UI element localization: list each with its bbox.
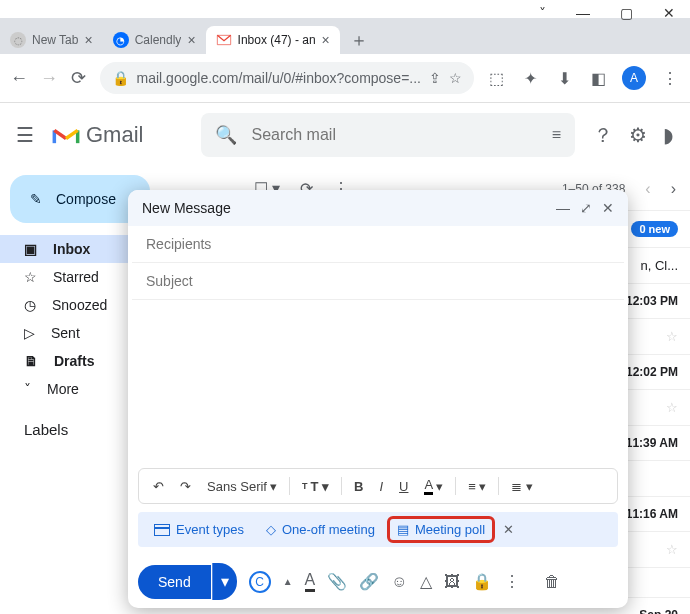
font-selector[interactable]: Sans Serif ▾ bbox=[203, 477, 281, 496]
align-button[interactable]: ≡ ▾ bbox=[464, 477, 490, 496]
emoji-icon[interactable]: ☺ bbox=[391, 573, 407, 591]
chip-one-off[interactable]: ◇ One-off meeting bbox=[258, 518, 383, 541]
mail-time: Sep 20 bbox=[639, 608, 678, 614]
extension-icon[interactable]: ⬚ bbox=[486, 68, 506, 88]
window-close-icon[interactable]: ✕ bbox=[663, 5, 675, 21]
calendly-toolbar: Event types ◇ One-off meeting ▤ Meeting … bbox=[138, 512, 618, 547]
compose-label: Compose bbox=[56, 191, 116, 207]
format-toolbar: ↶ ↷ Sans Serif ▾ TT ▾ B I U A ▾ ≡ ▾ ≣ ▾ bbox=[138, 468, 618, 504]
reload-button[interactable]: ⟳ bbox=[70, 66, 88, 90]
close-icon[interactable]: × bbox=[84, 32, 92, 48]
pencil-icon: ✎ bbox=[30, 191, 42, 207]
window-minimize-icon[interactable]: — bbox=[576, 5, 590, 21]
compose-header[interactable]: New Message — ⤢ ✕ bbox=[128, 190, 628, 226]
caret-up-icon[interactable]: ▲ bbox=[283, 576, 293, 587]
more-icon[interactable]: ⋮ bbox=[504, 572, 520, 591]
calendly-icon: ◔ bbox=[113, 32, 129, 48]
chip-label: Event types bbox=[176, 522, 244, 537]
undo-icon[interactable]: ↶ bbox=[149, 477, 168, 496]
kebab-icon[interactable]: ⋮ bbox=[660, 68, 680, 88]
font-size-icon[interactable]: TT ▾ bbox=[298, 477, 333, 496]
image-icon[interactable]: 🖼 bbox=[444, 573, 460, 591]
chip-label: Meeting poll bbox=[415, 522, 485, 537]
mail-snippet: n, Cl... bbox=[640, 258, 678, 273]
puzzle-icon[interactable]: ✦ bbox=[520, 68, 540, 88]
window-controls: ˅ — ▢ ✕ bbox=[524, 0, 690, 26]
back-button[interactable]: ← bbox=[10, 66, 28, 90]
underline-button[interactable]: U bbox=[395, 477, 412, 496]
star-icon[interactable]: ☆ bbox=[449, 70, 462, 86]
subject-field[interactable]: Subject bbox=[132, 263, 624, 300]
filter-icon[interactable]: ≡ bbox=[552, 126, 561, 144]
calendly-ring-icon[interactable]: C bbox=[249, 571, 271, 593]
send-icon: ▷ bbox=[24, 325, 35, 341]
compose-body[interactable] bbox=[128, 300, 628, 468]
right-panel-icon[interactable]: ◗ bbox=[663, 123, 674, 147]
tab-title: Calendly bbox=[135, 33, 182, 47]
format-icon[interactable]: A bbox=[305, 571, 316, 592]
search-input[interactable] bbox=[251, 126, 537, 144]
tab-gmail[interactable]: Inbox (47) - an × bbox=[206, 26, 340, 54]
share-icon[interactable]: ⇪ bbox=[429, 70, 441, 86]
search-bar[interactable]: 🔍 ≡ bbox=[201, 113, 575, 157]
compose-window: New Message — ⤢ ✕ Recipients Subject ↶ ↷… bbox=[128, 190, 628, 608]
address-bar-row: ← → ⟳ 🔒 mail.google.com/mail/u/0/#inbox?… bbox=[0, 54, 690, 103]
prev-page-icon[interactable]: ‹ bbox=[645, 180, 650, 198]
sidebar-item-label: Inbox bbox=[53, 241, 90, 257]
star-icon[interactable]: ☆ bbox=[666, 329, 678, 344]
text-color-button[interactable]: A ▾ bbox=[420, 475, 447, 497]
sidebar-item-label: More bbox=[47, 381, 79, 397]
confidential-icon[interactable]: 🔒 bbox=[472, 572, 492, 591]
poll-icon: ▤ bbox=[397, 522, 409, 537]
download-icon[interactable]: ⬇ bbox=[554, 68, 574, 88]
attach-icon[interactable]: 📎 bbox=[327, 572, 347, 591]
inbox-icon: ▣ bbox=[24, 241, 37, 257]
bold-button[interactable]: B bbox=[350, 477, 367, 496]
tag-icon: ◇ bbox=[266, 522, 276, 537]
star-icon[interactable]: ☆ bbox=[666, 400, 678, 415]
send-button[interactable]: Send bbox=[138, 565, 211, 599]
link-icon[interactable]: 🔗 bbox=[359, 572, 379, 591]
italic-button[interactable]: I bbox=[375, 477, 387, 496]
address-bar[interactable]: 🔒 mail.google.com/mail/u/0/#inbox?compos… bbox=[100, 62, 474, 94]
minimize-icon[interactable]: — bbox=[556, 200, 570, 216]
gmail-header: ☰ Gmail 🔍 ≡ ？ ⚙ ◗ bbox=[0, 103, 690, 167]
globe-icon: ◌ bbox=[10, 32, 26, 48]
sidebar-item-label: Snoozed bbox=[52, 297, 107, 313]
drive-icon[interactable]: △ bbox=[420, 572, 432, 591]
hamburger-icon[interactable]: ☰ bbox=[16, 123, 34, 147]
compose-title: New Message bbox=[142, 200, 546, 216]
help-icon[interactable]: ？ bbox=[593, 122, 613, 149]
trash-icon[interactable]: 🗑 bbox=[544, 573, 560, 591]
forward-button[interactable]: → bbox=[40, 66, 58, 90]
next-page-icon[interactable]: › bbox=[671, 180, 676, 198]
settings-icon[interactable]: ⚙ bbox=[629, 123, 647, 147]
window-dropdown-icon[interactable]: ˅ bbox=[539, 5, 546, 21]
calendar-icon bbox=[154, 524, 170, 536]
close-icon[interactable]: × bbox=[322, 32, 330, 48]
tab-calendly[interactable]: ◔ Calendly × bbox=[103, 26, 206, 54]
chip-meeting-poll[interactable]: ▤ Meeting poll bbox=[389, 518, 493, 541]
tab-title: Inbox (47) - an bbox=[238, 33, 316, 47]
chip-event-types[interactable]: Event types bbox=[146, 518, 252, 541]
star-icon[interactable]: ☆ bbox=[666, 542, 678, 557]
close-icon[interactable]: ✕ bbox=[499, 522, 518, 537]
expand-icon[interactable]: ⤢ bbox=[580, 200, 592, 216]
profile-avatar[interactable]: A bbox=[622, 66, 646, 90]
send-more-button[interactable]: ▾ bbox=[212, 563, 237, 600]
new-tab-button[interactable]: ＋ bbox=[340, 28, 378, 52]
sidebar-item-label: Sent bbox=[51, 325, 80, 341]
svg-rect-0 bbox=[154, 524, 170, 536]
mail-time: 12:03 PM bbox=[626, 294, 678, 308]
recipients-field[interactable]: Recipients bbox=[132, 226, 624, 263]
send-row: Send ▾ C ▲ A 📎 🔗 ☺ △ 🖼 🔒 ⋮ 🗑 bbox=[128, 555, 628, 608]
gmail-logo[interactable]: Gmail bbox=[52, 122, 143, 148]
star-icon: ☆ bbox=[24, 269, 37, 285]
close-icon[interactable]: ✕ bbox=[602, 200, 614, 216]
sidepanel-icon[interactable]: ◧ bbox=[588, 68, 608, 88]
redo-icon[interactable]: ↷ bbox=[176, 477, 195, 496]
list-button[interactable]: ≣ ▾ bbox=[507, 477, 537, 496]
window-maximize-icon[interactable]: ▢ bbox=[620, 5, 633, 21]
tab-newtab[interactable]: ◌ New Tab × bbox=[0, 26, 103, 54]
close-icon[interactable]: × bbox=[187, 32, 195, 48]
